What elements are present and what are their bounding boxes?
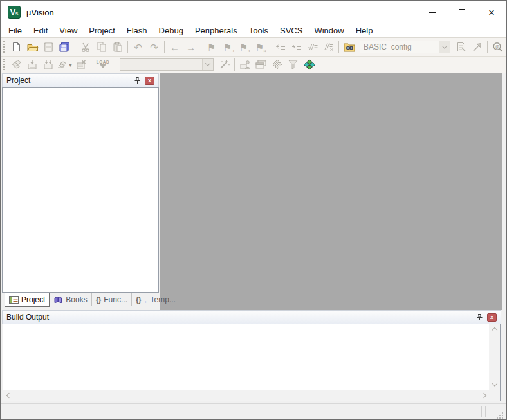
menu-view[interactable]: View bbox=[53, 24, 83, 37]
scroll-right-button[interactable] bbox=[478, 390, 489, 401]
comment-icon bbox=[308, 42, 318, 51]
menu-edit[interactable]: Edit bbox=[28, 24, 53, 37]
find-input[interactable] bbox=[360, 42, 439, 51]
braces-icon: {} bbox=[96, 296, 102, 304]
project-panel-title: Project bbox=[6, 76, 30, 85]
menu-window[interactable]: Window bbox=[308, 24, 349, 37]
incremental-find-button[interactable] bbox=[469, 40, 485, 55]
find-in-files-icon bbox=[344, 42, 355, 52]
close-button[interactable]: × bbox=[477, 1, 506, 24]
maximize-button[interactable] bbox=[447, 1, 477, 24]
navigate-back-button[interactable]: ← bbox=[167, 40, 183, 55]
toolbar-grip[interactable] bbox=[3, 41, 6, 53]
save-all-button[interactable] bbox=[57, 40, 73, 55]
scroll-down-button[interactable] bbox=[489, 379, 500, 390]
prev-bookmark-button[interactable]: ⚑‹ bbox=[219, 40, 235, 55]
target-input[interactable] bbox=[120, 60, 202, 69]
find-combo-dropdown[interactable] bbox=[439, 41, 450, 53]
pin-icon[interactable] bbox=[134, 77, 140, 84]
toolbar-separator bbox=[338, 41, 339, 53]
find-combobox[interactable] bbox=[360, 41, 450, 53]
tab-books[interactable]: Books bbox=[50, 293, 91, 306]
tab-templates[interactable]: {} → Temp... bbox=[132, 293, 180, 306]
menu-help[interactable]: Help bbox=[350, 24, 379, 37]
horizontal-scrollbar[interactable] bbox=[3, 390, 489, 401]
menu-bar: File Edit View Project Flash Debug Perip… bbox=[1, 24, 506, 37]
pack-installer-icon bbox=[288, 60, 298, 69]
target-combobox[interactable] bbox=[120, 58, 214, 71]
uncomment-icon bbox=[324, 42, 334, 51]
scroll-left-button[interactable] bbox=[3, 390, 14, 401]
clear-bookmarks-button[interactable]: ⚑× bbox=[252, 40, 268, 55]
tab-project[interactable]: Project bbox=[5, 293, 50, 307]
multi-project-workspace-button[interactable] bbox=[253, 57, 269, 72]
software-packs-icon bbox=[272, 59, 282, 69]
next-bookmark-button[interactable]: ⚑› bbox=[235, 40, 252, 55]
manage-rte-button[interactable] bbox=[301, 57, 317, 72]
vertical-scrollbar[interactable] bbox=[489, 324, 500, 390]
open-folder-icon bbox=[27, 42, 39, 52]
comment-button[interactable] bbox=[304, 40, 320, 55]
menu-svcs[interactable]: SVCS bbox=[274, 24, 308, 37]
toolbar-grip[interactable] bbox=[3, 58, 6, 71]
pack-installer-button[interactable] bbox=[285, 57, 301, 72]
menu-debug[interactable]: Debug bbox=[153, 24, 189, 37]
pin-icon[interactable] bbox=[476, 314, 483, 321]
menu-file[interactable]: File bbox=[3, 24, 28, 37]
svg-text:@: @ bbox=[495, 44, 500, 50]
batch-build-button[interactable]: ▾ bbox=[57, 57, 73, 72]
toolbar-separator bbox=[91, 58, 91, 71]
find-in-files-button[interactable] bbox=[341, 40, 357, 55]
next-mark-icon: › bbox=[248, 49, 250, 54]
menu-tools[interactable]: Tools bbox=[243, 24, 274, 37]
save-button[interactable] bbox=[41, 40, 57, 55]
minimize-button[interactable] bbox=[418, 1, 447, 24]
redo-icon: ↷ bbox=[150, 42, 158, 52]
redo-button[interactable]: ↷ bbox=[146, 40, 162, 55]
download-load-button[interactable]: LOAD bbox=[93, 57, 113, 72]
menu-flash[interactable]: Flash bbox=[121, 24, 153, 37]
select-software-packs-button[interactable] bbox=[269, 57, 285, 72]
unindent-icon bbox=[275, 42, 286, 51]
uncomment-button[interactable] bbox=[320, 40, 336, 55]
logo-sub: 5 bbox=[15, 6, 18, 22]
scroll-up-button[interactable] bbox=[489, 324, 500, 335]
project-panel-close-button[interactable]: x bbox=[145, 77, 154, 85]
logo-letter: V bbox=[10, 6, 15, 18]
navigate-forward-button[interactable]: → bbox=[183, 40, 199, 55]
find-button[interactable] bbox=[453, 40, 469, 55]
unindent-button[interactable] bbox=[272, 40, 288, 55]
tab-functions[interactable]: {} Func... bbox=[92, 293, 132, 306]
status-bar bbox=[1, 403, 506, 419]
build-button[interactable] bbox=[24, 57, 41, 72]
undo-icon: ↶ bbox=[134, 42, 142, 52]
tab-label: Temp... bbox=[151, 295, 176, 304]
build-toolbar: ▾ LOAD bbox=[1, 57, 506, 72]
build-output-close-button[interactable]: x bbox=[487, 313, 497, 322]
options-for-target-button[interactable] bbox=[216, 57, 232, 72]
cut-button[interactable] bbox=[77, 40, 93, 55]
open-file-button[interactable] bbox=[24, 40, 41, 55]
translate-button[interactable] bbox=[8, 57, 24, 72]
paste-button[interactable] bbox=[109, 40, 125, 55]
find-document-icon bbox=[457, 42, 466, 52]
stop-build-button[interactable] bbox=[73, 57, 89, 72]
resize-grip-icon[interactable] bbox=[495, 411, 504, 419]
batch-build-icon bbox=[57, 60, 68, 69]
indent-button[interactable] bbox=[288, 40, 304, 55]
undo-button[interactable]: ↶ bbox=[130, 40, 146, 55]
toggle-bookmark-button[interactable]: ⚑ bbox=[203, 40, 219, 55]
toolbar-separator bbox=[115, 58, 115, 71]
rebuild-button[interactable] bbox=[41, 57, 57, 72]
manage-project-items-button[interactable] bbox=[237, 57, 253, 72]
menu-peripherals[interactable]: Peripherals bbox=[189, 24, 243, 37]
menu-project[interactable]: Project bbox=[83, 24, 120, 37]
project-tree[interactable] bbox=[2, 87, 159, 293]
new-file-button[interactable] bbox=[8, 40, 24, 55]
target-combo-dropdown[interactable] bbox=[202, 59, 213, 70]
stop-build-icon bbox=[76, 60, 86, 69]
bookmark-icon: ⚑ bbox=[239, 42, 248, 52]
bookmark-icon: ⚑ bbox=[207, 42, 216, 52]
web-search-button[interactable]: @ bbox=[490, 40, 506, 55]
copy-button[interactable] bbox=[93, 40, 109, 55]
